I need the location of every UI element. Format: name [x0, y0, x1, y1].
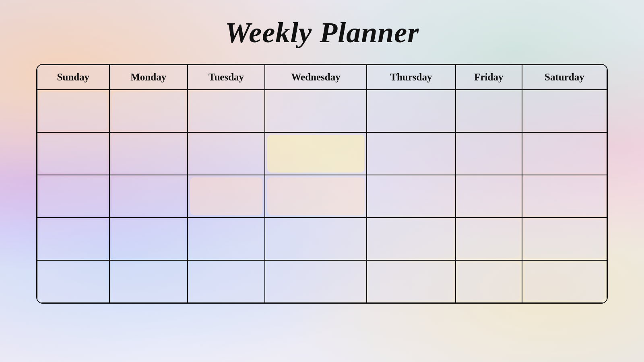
cell-r3-c6[interactable]	[522, 218, 607, 260]
cell-r0-c0[interactable]	[37, 90, 109, 132]
header-row: SundayMondayTuesdayWednesdayThursdayFrid…	[37, 65, 607, 90]
cell-r1-c0[interactable]	[37, 132, 109, 175]
cell-r1-c2[interactable]	[188, 132, 265, 175]
cell-r4-c1[interactable]	[109, 260, 188, 303]
body-row-3	[37, 218, 607, 260]
cell-r3-c0[interactable]	[37, 218, 109, 260]
cell-r2-c2[interactable]	[188, 175, 265, 218]
cell-r1-c5[interactable]	[456, 132, 522, 175]
header-cell-monday: Monday	[109, 65, 188, 90]
cell-r0-c3[interactable]	[265, 90, 367, 132]
cell-r4-c4[interactable]	[367, 260, 456, 303]
cell-r4-c3[interactable]	[265, 260, 367, 303]
header-cell-friday: Friday	[456, 65, 522, 90]
header-cell-saturday: Saturday	[522, 65, 607, 90]
cell-r3-c5[interactable]	[456, 218, 522, 260]
weekly-planner-grid: SundayMondayTuesdayWednesdayThursdayFrid…	[36, 64, 608, 304]
cell-r1-c6[interactable]	[522, 132, 607, 175]
cell-r2-c5[interactable]	[456, 175, 522, 218]
cell-r0-c5[interactable]	[456, 90, 522, 132]
cell-r2-c4[interactable]	[367, 175, 456, 218]
cell-r4-c0[interactable]	[37, 260, 109, 303]
body-row-0	[37, 90, 607, 132]
cell-r1-c4[interactable]	[367, 132, 456, 175]
header-cell-thursday: Thursday	[367, 65, 456, 90]
cell-r0-c4[interactable]	[367, 90, 456, 132]
body-row-4	[37, 260, 607, 303]
cell-r4-c2[interactable]	[188, 260, 265, 303]
cell-r1-c1[interactable]	[109, 132, 188, 175]
cell-r0-c6[interactable]	[522, 90, 607, 132]
header-cell-tuesday: Tuesday	[188, 65, 265, 90]
cell-r4-c6[interactable]	[522, 260, 607, 303]
page-title: Weekly Planner	[225, 16, 419, 49]
page-content: Weekly Planner SundayMondayTuesdayWednes…	[0, 0, 644, 362]
cell-r0-c2[interactable]	[188, 90, 265, 132]
cell-r2-c6[interactable]	[522, 175, 607, 218]
cell-r3-c1[interactable]	[109, 218, 188, 260]
cell-r1-c3[interactable]	[265, 132, 367, 175]
cell-r0-c1[interactable]	[109, 90, 188, 132]
cell-r2-c3[interactable]	[265, 175, 367, 218]
cell-r2-c0[interactable]	[37, 175, 109, 218]
cell-r2-c1[interactable]	[109, 175, 188, 218]
header-cell-wednesday: Wednesday	[265, 65, 367, 90]
cell-r3-c3[interactable]	[265, 218, 367, 260]
cell-r3-c4[interactable]	[367, 218, 456, 260]
body-row-1	[37, 132, 607, 175]
cell-r3-c2[interactable]	[188, 218, 265, 260]
body-row-2	[37, 175, 607, 218]
cell-r4-c5[interactable]	[456, 260, 522, 303]
header-cell-sunday: Sunday	[37, 65, 109, 90]
